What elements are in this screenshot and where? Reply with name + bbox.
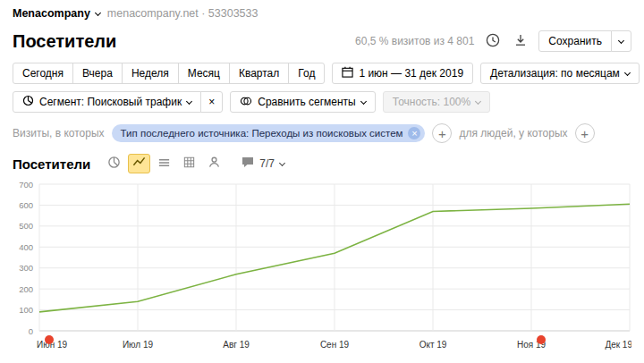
- x-axis-tick-label: Дек 19: [605, 340, 631, 350]
- clock-icon: [485, 32, 501, 51]
- precision-label: Точность: 100%: [393, 96, 470, 108]
- chart-type-area-button[interactable]: [153, 154, 175, 173]
- visitors-line-chart[interactable]: 0100200300400500600700Июн 19Июл 19Авг 19…: [13, 179, 631, 356]
- x-axis-tick-label: Июл 19: [123, 340, 154, 350]
- segment-clear-button[interactable]: ×: [200, 91, 223, 113]
- compare-icon: [240, 96, 252, 109]
- filter-row: Визиты, в которых Тип последнего источни…: [13, 123, 631, 143]
- plus-icon: +: [438, 127, 446, 140]
- comment-bubble-icon: [242, 156, 254, 171]
- close-icon: ×: [208, 96, 215, 108]
- topbar: Menacompany menacompany.net · 53303533: [13, 5, 631, 21]
- date-range-button[interactable]: 1 июн — 31 дек 2019: [332, 63, 473, 84]
- precision-select[interactable]: Точность: 100%: [383, 91, 490, 113]
- account-switcher[interactable]: Menacompany: [13, 7, 100, 20]
- period-tab-yesterday[interactable]: Вчера: [72, 63, 123, 84]
- metrica-report-page: Menacompany menacompany.net · 53303533 П…: [0, 0, 644, 359]
- people-filter-label: для людей, у которых: [459, 127, 567, 139]
- pie-chart-icon: [107, 156, 121, 172]
- account-name: Menacompany: [13, 7, 90, 20]
- comments-toggle[interactable]: 7/7: [242, 156, 284, 171]
- history-button[interactable]: [483, 30, 503, 53]
- y-axis-tick-label: 200: [19, 284, 33, 294]
- y-axis-tick-label: 400: [19, 242, 33, 252]
- compare-segments-button[interactable]: Сравнить сегменты: [230, 91, 376, 113]
- detalization-select[interactable]: Детализация: по месяцам: [480, 63, 640, 84]
- calendar-icon: [342, 66, 353, 80]
- period-tab-today[interactable]: Сегодня: [13, 63, 73, 84]
- comments-count: 7/7: [259, 157, 275, 170]
- header-row: Посетители 60,5 % визитов из 4 801 Сохра…: [13, 29, 631, 54]
- date-range-label: 1 июн — 31 дек 2019: [359, 67, 463, 80]
- counter-info: menacompany.net · 53303533: [107, 7, 258, 20]
- x-axis-tick-label: Окт 19: [419, 340, 447, 350]
- chart-type-line-button[interactable]: [128, 154, 150, 173]
- segment-split: Сегмент: Поисковый трафик ×: [13, 91, 223, 113]
- chart-title: Посетители: [13, 156, 90, 172]
- save-split-button: Сохранить: [538, 30, 631, 52]
- chart-type-table-button[interactable]: [178, 154, 200, 173]
- compare-label: Сравнить сегменты: [258, 96, 356, 108]
- line-chart-icon: [132, 156, 146, 172]
- add-people-filter-button[interactable]: +: [575, 123, 595, 143]
- plus-icon: +: [580, 127, 589, 140]
- visits-summary: 60,5 % визитов из 4 801: [355, 35, 474, 47]
- period-tab-month[interactable]: Месяц: [178, 63, 230, 84]
- chevron-down-icon: [360, 97, 367, 104]
- save-menu-button[interactable]: [611, 30, 631, 52]
- stacked-area-icon: [157, 156, 171, 172]
- segment-select[interactable]: Сегмент: Поисковый трафик: [13, 91, 201, 113]
- visitors-chart: 0100200300400500600700Июн 19Июл 19Авг 19…: [13, 179, 631, 359]
- chevron-down-icon: [186, 97, 192, 104]
- y-axis-tick-label: 300: [19, 263, 33, 273]
- chevron-down-icon: [618, 37, 624, 43]
- page-title: Посетители: [13, 31, 116, 52]
- y-axis-tick-label: 600: [19, 200, 33, 210]
- y-axis-tick-label: 100: [19, 305, 33, 315]
- chevron-down-icon: [475, 97, 481, 104]
- filter-chip-last-source[interactable]: Тип последнего источника: Переходы из по…: [112, 124, 426, 142]
- visits-filter-label: Визиты, в которых: [13, 127, 105, 139]
- period-tab-group: Сегодня Вчера Неделя Месяц Квартал Год: [13, 63, 325, 84]
- segment-controls: Сегмент: Поисковый трафик × Сравнить сег…: [13, 91, 631, 113]
- table-grid-icon: [182, 156, 196, 172]
- y-axis-tick-label: 0: [29, 326, 33, 336]
- chart-type-pie-button[interactable]: [103, 154, 125, 173]
- y-axis-tick-label: 500: [19, 221, 33, 231]
- chart-header: Посетители: [13, 154, 631, 173]
- download-icon: [513, 33, 528, 50]
- y-axis-tick-label: 700: [19, 180, 33, 190]
- detalization-label: Детализация: по месяцам: [490, 67, 620, 80]
- period-tab-year[interactable]: Год: [288, 63, 325, 84]
- period-controls: Сегодня Вчера Неделя Месяц Квартал Год 1…: [13, 63, 631, 84]
- header-actions: 60,5 % визитов из 4 801 Сохранить: [355, 30, 631, 53]
- period-tab-quarter[interactable]: Квартал: [229, 63, 289, 84]
- chevron-down-icon: [95, 9, 101, 15]
- x-axis-tick-label: Авг 19: [223, 340, 250, 350]
- save-button[interactable]: Сохранить: [538, 30, 612, 52]
- filter-chip-label: Тип последнего источника: Переходы из по…: [121, 128, 403, 139]
- x-axis-tick-label: Сен 19: [320, 340, 350, 350]
- chart-note-marker[interactable]: [537, 335, 546, 344]
- add-visit-filter-button[interactable]: +: [432, 123, 452, 143]
- segment-icon: [22, 95, 34, 109]
- chart-note-marker[interactable]: [45, 335, 54, 344]
- person-icon: [208, 156, 221, 172]
- chevron-down-icon: [624, 69, 631, 75]
- chevron-down-icon: [279, 159, 285, 165]
- period-tab-week[interactable]: Неделя: [122, 63, 179, 84]
- chart-type-switcher: [103, 154, 225, 173]
- download-button[interactable]: [512, 31, 530, 52]
- chart-type-audience-button[interactable]: [203, 154, 225, 173]
- chip-close-icon[interactable]: ×: [408, 127, 420, 139]
- segment-label: Сегмент: Поисковый трафик: [39, 96, 182, 108]
